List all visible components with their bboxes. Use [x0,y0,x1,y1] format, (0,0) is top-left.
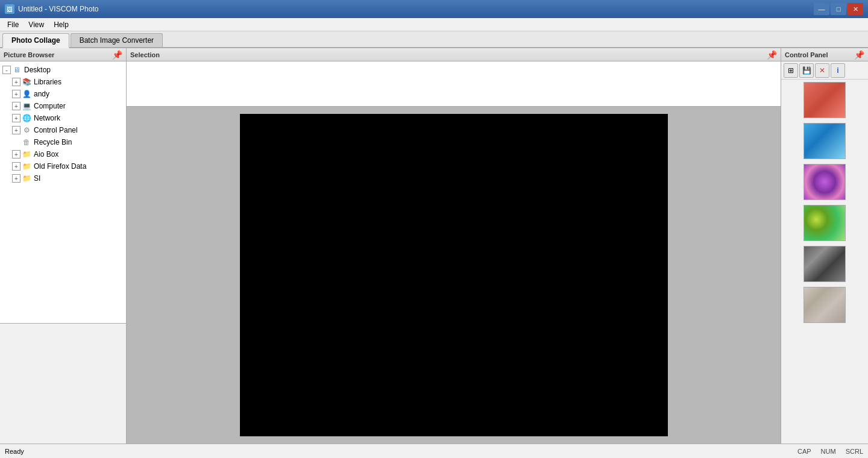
menu-help[interactable]: Help [49,19,74,30]
statusbar: Ready CAP NUM SCRL [0,444,868,458]
tab-photo-collage[interactable]: Photo Collage [2,33,69,48]
cap-indicator: CAP [797,448,811,455]
expand-computer[interactable]: + [12,102,20,110]
expand-control-panel[interactable]: + [12,126,20,134]
app-icon: 🖼 [5,4,14,14]
close-button[interactable]: ✕ [848,3,863,15]
label-network: Network [34,114,60,122]
picture-browser-panel: Picture Browser 📌 - 🖥 Desktop + 📚 Librar… [0,48,127,444]
expand-old-firefox[interactable]: + [12,162,20,171]
label-andy: andy [34,90,49,98]
thumbnail-lace-image [804,287,845,322]
label-desktop: Desktop [24,66,51,74]
expand-network[interactable]: + [12,114,20,122]
control-panel-header: Control Panel 📌 [781,48,868,61]
titlebar: 🖼 Untitled - VISCOM Photo — □ ✕ [0,0,868,18]
label-aio-box: Aio Box [34,150,58,158]
selection-strip [127,61,781,107]
selection-area: Selection 📌 [127,48,781,444]
expand-si[interactable]: + [12,174,20,183]
control-panel: Control Panel 📌 ⊞ 💾 ✕ i [781,48,868,444]
tree-item-control-panel[interactable]: + ⚙ Control Panel [0,124,126,136]
tab-batch-converter[interactable]: Batch Image Converter [71,33,163,47]
status-text: Ready [5,448,24,455]
save-button[interactable]: 💾 [799,63,814,78]
selection-title: Selection [130,51,160,58]
collage-canvas[interactable] [240,114,668,436]
control-panel-pin[interactable]: 📌 [854,50,864,60]
expand-aio-box[interactable]: + [12,150,20,158]
picture-browser-title: Picture Browser [4,51,54,58]
tree-item-desktop[interactable]: - 🖥 Desktop [0,64,126,76]
menu-file[interactable]: File [2,19,24,30]
tree-item-si[interactable]: + 📁 SI [0,172,126,184]
thumbnail-green-image [804,205,845,240]
thumbnail-green[interactable] [804,205,846,241]
label-recycle-bin: Recycle Bin [34,138,72,146]
icon-old-firefox: 📁 [22,162,31,171]
delete-button[interactable]: ✕ [815,63,829,78]
control-toolbar: ⊞ 💾 ✕ i [781,61,868,80]
thumbnail-silver-image [804,246,845,281]
scrl-indicator: SCRL [846,448,863,455]
tree-item-network[interactable]: + 🌐 Network [0,112,126,124]
thumbnail-lace[interactable] [804,287,846,323]
maximize-button[interactable]: □ [831,3,846,15]
thumbnail-purple-image [804,165,845,199]
window-title: Untitled - VISCOM Photo [18,5,98,13]
fit-button[interactable]: ⊞ [784,63,798,78]
tree-item-libraries[interactable]: + 📚 Libraries [0,76,126,88]
label-control-panel: Control Panel [34,126,78,134]
label-old-firefox: Old Firefox Data [34,162,86,171]
preview-panel [0,323,126,444]
num-indicator: NUM [821,448,836,455]
label-libraries: Libraries [34,78,61,86]
icon-recycle-bin: 🗑 [22,137,31,147]
label-si: SI [34,174,40,183]
selection-pin[interactable]: 📌 [767,50,777,60]
tree-item-recycle-bin[interactable]: 🗑 Recycle Bin [0,136,126,148]
thumbnail-coral[interactable] [804,82,846,118]
icon-desktop: 🖥 [12,65,22,75]
tree-item-andy[interactable]: + 👤 andy [0,88,126,100]
canvas-area [127,107,781,444]
tabbar: Photo Collage Batch Image Converter [0,31,868,48]
picture-browser-header: Picture Browser 📌 [0,48,126,61]
tree-item-old-firefox[interactable]: + 📁 Old Firefox Data [0,160,126,172]
expand-andy[interactable]: + [12,90,20,98]
info-button[interactable]: i [831,63,845,78]
status-indicators: CAP NUM SCRL [797,448,863,455]
menu-view[interactable]: View [24,19,49,30]
icon-computer: 💻 [22,101,31,111]
thumbnail-blue[interactable] [804,123,846,159]
picture-browser-pin[interactable]: 📌 [112,50,122,60]
icon-andy: 👤 [22,89,31,99]
titlebar-left: 🖼 Untitled - VISCOM Photo [5,4,98,14]
expand-libraries[interactable]: + [12,78,20,86]
icon-network: 🌐 [22,113,31,123]
thumbnails-panel[interactable] [781,80,868,444]
icon-control-panel: ⚙ [22,125,31,135]
titlebar-controls[interactable]: — □ ✕ [814,3,863,15]
thumbnail-silver[interactable] [804,246,846,282]
main-content: Picture Browser 📌 - 🖥 Desktop + 📚 Librar… [0,48,868,444]
thumbnail-blue-image [804,124,845,158]
file-tree[interactable]: - 🖥 Desktop + 📚 Libraries + 👤 andy + 💻 C… [0,61,126,323]
selection-header: Selection 📌 [127,48,781,61]
tree-item-computer[interactable]: + 💻 Computer [0,100,126,112]
menubar: File View Help [0,18,868,31]
icon-libraries: 📚 [22,77,31,87]
expand-desktop[interactable]: - [2,66,11,74]
tree-item-aio-box[interactable]: + 📁 Aio Box [0,148,126,160]
control-panel-title: Control Panel [785,51,828,58]
label-computer: Computer [34,102,66,110]
thumbnail-purple[interactable] [804,164,846,200]
icon-aio-box: 📁 [22,149,31,159]
icon-si: 📁 [22,174,31,183]
minimize-button[interactable]: — [814,3,829,15]
thumbnail-coral-image [804,83,845,118]
